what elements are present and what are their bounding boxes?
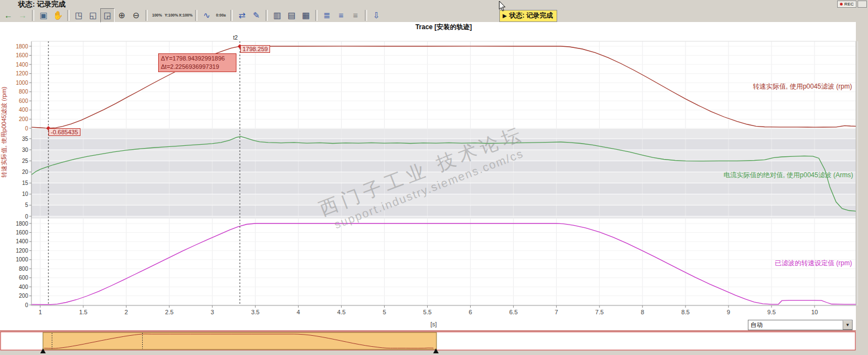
svg-text:9: 9 xyxy=(727,309,730,315)
back-icon[interactable]: ← xyxy=(1,8,15,23)
rec-dot-icon xyxy=(840,3,843,6)
svg-text:10: 10 xyxy=(811,309,818,315)
export-icon[interactable]: ⇩ xyxy=(369,8,384,23)
fit-view-icon[interactable]: ▣ xyxy=(36,8,51,23)
svg-text:2.5: 2.5 xyxy=(165,309,174,315)
pan-hand-icon[interactable]: ✋ xyxy=(51,8,65,23)
status-tooltip-text: 状态: 记录完成 xyxy=(509,12,553,19)
svg-text:400: 400 xyxy=(19,284,28,290)
svg-text:3: 3 xyxy=(211,309,214,315)
svg-text:400: 400 xyxy=(19,107,28,113)
zoom-x-100-icon[interactable]: X:100% xyxy=(179,8,193,23)
toolbar: ←→▣✋◳◱◲⊕⊖100%Y:100%X:100%∿0:00±⇄✎▥▤▦≣≡≡⇩ xyxy=(1,8,384,23)
cursor-t2-value: 1798.259 xyxy=(240,45,270,53)
trace-window: 状态: 记录完成 REC ←→▣✋◳◱◲⊕⊖100%Y:100%X:100%∿0… xyxy=(0,0,868,355)
svg-text:200: 200 xyxy=(19,116,28,122)
overview-selection-window[interactable] xyxy=(43,332,436,349)
svg-text:0: 0 xyxy=(25,214,28,220)
svg-text:1600: 1600 xyxy=(16,52,29,58)
mode-dropdown-value: 自动 xyxy=(748,321,843,329)
draw-line-icon[interactable]: ✎ xyxy=(249,8,263,23)
signal-label-current-actual[interactable]: 电流实际值的绝对值, 使用p0045滤波 (Arms) xyxy=(724,171,853,180)
signal-list-icon[interactable]: ≣ xyxy=(320,8,334,23)
zoom-y-100-icon[interactable]: Y:100% xyxy=(164,8,179,23)
left-axis-label: 转速实际值, 使用p0045滤波 (rpm) xyxy=(0,33,8,231)
svg-text:5: 5 xyxy=(25,202,28,208)
svg-text:1000: 1000 xyxy=(16,256,29,263)
svg-text:1200: 1200 xyxy=(16,248,29,254)
toolbar-separator xyxy=(67,10,69,21)
svg-text:4.5: 4.5 xyxy=(337,309,346,315)
svg-text:10: 10 xyxy=(22,191,29,197)
svg-text:5.5: 5.5 xyxy=(423,309,432,315)
overview-left-handle[interactable] xyxy=(40,348,46,354)
swap-axes-icon[interactable]: ⇄ xyxy=(235,8,249,23)
zoom-selection-icon[interactable]: ◲ xyxy=(100,8,115,23)
svg-text:1400: 1400 xyxy=(16,238,29,244)
svg-text:0: 0 xyxy=(25,302,28,308)
zoom-100-icon[interactable]: 100% xyxy=(150,8,164,23)
svg-text:25: 25 xyxy=(22,158,29,164)
svg-text:2: 2 xyxy=(125,309,128,315)
toolbar-separator xyxy=(32,10,34,21)
svg-text:7.5: 7.5 xyxy=(595,309,603,315)
zoom-area-icon[interactable]: ◳ xyxy=(72,8,86,23)
svg-text:8: 8 xyxy=(641,309,644,315)
align-left-icon[interactable]: ≡ xyxy=(334,8,348,23)
overview-right-handle[interactable] xyxy=(433,348,439,354)
chart-title: Trace [安装的轨迹] xyxy=(19,23,868,32)
svg-text:1400: 1400 xyxy=(16,62,29,68)
svg-text:1200: 1200 xyxy=(16,70,29,77)
svg-text:5: 5 xyxy=(382,309,386,315)
svg-text:800: 800 xyxy=(19,266,28,272)
toolbar-separator xyxy=(266,10,268,21)
svg-text:8.5: 8.5 xyxy=(681,309,689,315)
svg-text:3.5: 3.5 xyxy=(251,309,260,315)
window-corner-button[interactable] xyxy=(858,1,867,8)
svg-text:1600: 1600 xyxy=(16,230,29,236)
toolbar-separator xyxy=(145,10,148,21)
forward-icon[interactable]: → xyxy=(15,8,30,23)
zoom-out-icon[interactable]: ⊖ xyxy=(129,8,143,23)
toolbar-separator xyxy=(365,10,367,21)
cursor-t1-value: -0.685435 xyxy=(48,128,80,136)
svg-text:35: 35 xyxy=(22,136,29,142)
svg-text:20: 20 xyxy=(22,169,29,175)
svg-text:15: 15 xyxy=(22,180,29,186)
svg-text:800: 800 xyxy=(19,89,28,95)
svg-text:6: 6 xyxy=(468,309,472,315)
toolbar-separator xyxy=(195,10,197,21)
svg-text:1.5: 1.5 xyxy=(79,309,87,315)
svg-text:1800: 1800 xyxy=(16,221,29,227)
svg-text:7: 7 xyxy=(555,309,558,315)
status-tooltip: ▶状态: 记录完成 xyxy=(499,10,557,22)
svg-text:0: 0 xyxy=(25,125,28,132)
svg-text:1800: 1800 xyxy=(16,43,29,50)
zoom-in-icon[interactable]: ⊕ xyxy=(115,8,129,23)
toolbar-separator xyxy=(230,10,233,21)
chevron-down-icon[interactable]: ▼ xyxy=(843,320,852,330)
svg-text:9.5: 9.5 xyxy=(767,309,775,315)
cursor-t2-label: t2 xyxy=(233,35,238,41)
rec-indicator[interactable]: REC xyxy=(837,1,856,8)
signal-label-speed-setpoint[interactable]: 已滤波的转速设定值 (rpm) xyxy=(775,259,852,268)
mode-dropdown[interactable]: 自动 ▼ xyxy=(748,320,853,330)
delta-y-value: ΔY=1798.94392991896 xyxy=(161,54,234,63)
signal-label-speed-actual[interactable]: 转速实际值, 使用p0045滤波 (rpm) xyxy=(753,82,852,91)
svg-text:6.5: 6.5 xyxy=(509,309,517,315)
delta-t-value: Δt=2.2256936997319 xyxy=(161,63,234,71)
delta-measurement-box[interactable]: ΔY=1798.94392991896 Δt=2.2256936997319 xyxy=(158,53,236,72)
split-vertical-icon[interactable]: ▥ xyxy=(270,8,284,23)
svg-text:1: 1 xyxy=(39,309,42,315)
x-axis-unit-label: [s] xyxy=(430,321,437,327)
signal-curve-icon[interactable]: ∿ xyxy=(200,8,214,23)
rec-label: REC xyxy=(844,2,854,7)
svg-text:30: 30 xyxy=(22,147,29,153)
zoom-x-range-icon[interactable]: ◱ xyxy=(86,8,100,23)
svg-text:200: 200 xyxy=(19,293,28,299)
split-horizontal-icon[interactable]: ▤ xyxy=(284,8,299,23)
zoom-table-icon[interactable]: ▦ xyxy=(299,8,313,23)
align-justify-icon[interactable]: ≡ xyxy=(348,8,363,23)
toolbar-separator xyxy=(315,10,317,21)
time-offset-icon[interactable]: 0:00± xyxy=(214,8,228,23)
